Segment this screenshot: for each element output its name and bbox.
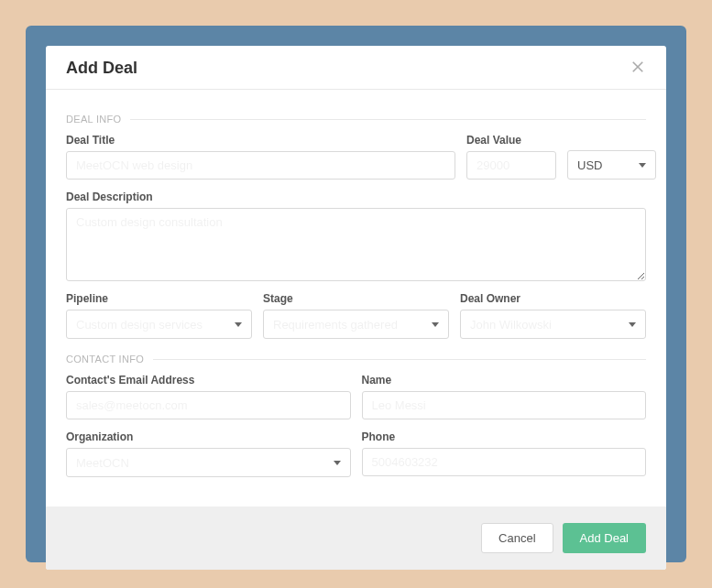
label-deal-value: Deal Value <box>466 134 556 147</box>
pipeline-select[interactable]: Custom design services <box>66 310 252 339</box>
deal-description-textarea[interactable] <box>66 208 646 281</box>
divider <box>130 119 646 120</box>
modal-footer: Cancel Add Deal <box>46 506 666 570</box>
cancel-button[interactable]: Cancel <box>481 523 553 553</box>
label-stage: Stage <box>263 292 449 305</box>
label-contact-email: Contact's Email Address <box>66 374 351 387</box>
stage-value: Requirements gathered <box>273 318 398 332</box>
label-deal-description: Deal Description <box>66 191 646 203</box>
chevron-down-icon <box>334 461 341 465</box>
section-label: DEAL INFO <box>66 114 130 125</box>
label-deal-title: Deal Title <box>66 134 455 147</box>
modal-body: DEAL INFO Deal Title Deal Value USD <box>46 90 666 506</box>
chevron-down-icon <box>629 322 636 327</box>
section-header-deal-info: DEAL INFO <box>66 114 646 125</box>
modal-header: Add Deal <box>46 46 666 90</box>
organization-select[interactable]: MeetOCN <box>66 448 351 477</box>
deal-title-input[interactable] <box>66 151 455 180</box>
label-pipeline: Pipeline <box>66 292 252 305</box>
organization-value: MeetOCN <box>76 456 129 470</box>
deal-owner-value: John Wilkowski <box>470 318 552 332</box>
label-organization: Organization <box>66 430 351 443</box>
label-deal-owner: Deal Owner <box>460 292 646 305</box>
label-name: Name <box>362 374 647 387</box>
stage-select[interactable]: Requirements gathered <box>263 310 449 339</box>
add-deal-button[interactable]: Add Deal <box>563 523 646 553</box>
currency-select[interactable]: USD <box>567 150 656 180</box>
pipeline-value: Custom design services <box>76 318 203 332</box>
close-button[interactable] <box>630 59 646 78</box>
modal-backdrop: Add Deal DEAL INFO Deal Title <box>26 26 686 562</box>
close-icon <box>630 59 646 75</box>
add-deal-modal: Add Deal DEAL INFO Deal Title <box>46 46 666 570</box>
chevron-down-icon <box>432 322 439 327</box>
deal-value-input[interactable] <box>466 151 556 180</box>
modal-title: Add Deal <box>66 59 137 78</box>
chevron-down-icon <box>639 163 646 168</box>
phone-input[interactable] <box>362 448 647 476</box>
name-input[interactable] <box>362 391 647 419</box>
section-header-contact-info: CONTACT INFO <box>66 354 646 365</box>
contact-email-input[interactable] <box>66 391 351 419</box>
label-phone: Phone <box>362 430 647 443</box>
currency-value: USD <box>577 158 602 172</box>
deal-owner-select[interactable]: John Wilkowski <box>460 310 646 339</box>
divider <box>153 359 646 360</box>
section-label: CONTACT INFO <box>66 354 153 365</box>
chevron-down-icon <box>235 322 242 327</box>
